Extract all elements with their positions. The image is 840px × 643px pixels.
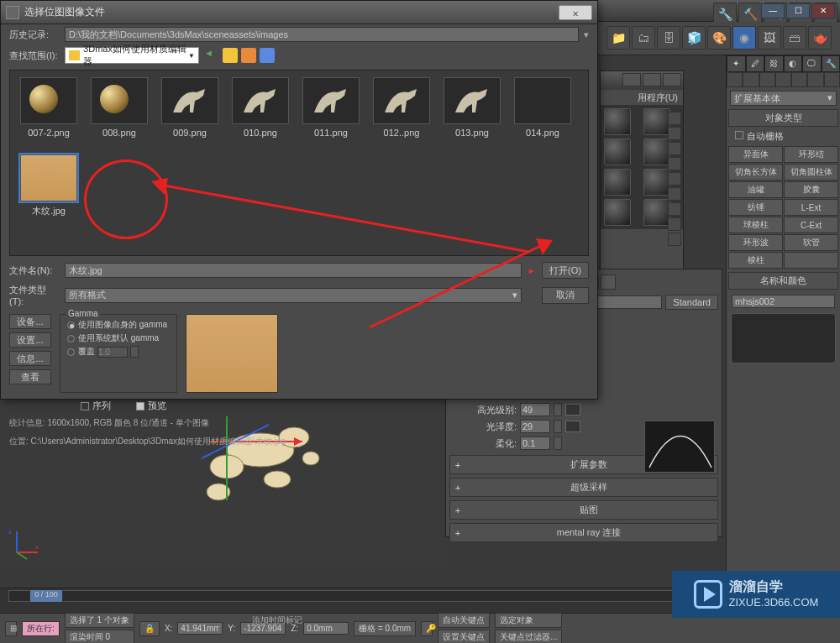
rollout-header[interactable]: +贴图 bbox=[449, 500, 718, 520]
info-button[interactable]: 信息... bbox=[9, 351, 51, 366]
object-type-button[interactable]: L-Ext bbox=[784, 199, 838, 216]
x-input[interactable] bbox=[177, 622, 223, 635]
file-item[interactable]: 009.png bbox=[158, 77, 222, 138]
go-to-parent-icon[interactable] bbox=[601, 274, 616, 290]
render-icon[interactable]: 🫖 bbox=[808, 26, 832, 50]
material-map-nav-icon[interactable] bbox=[668, 233, 681, 246]
lookin-dropdown[interactable]: 3Dmax如何使用材质编辑器 ▼ bbox=[65, 47, 199, 64]
material-slot[interactable] bbox=[604, 139, 631, 165]
object-name-input[interactable] bbox=[732, 295, 835, 308]
object-type-button[interactable]: 环形波 bbox=[728, 234, 783, 251]
gamma-system-default-radio[interactable]: 使用系统默认 gamma bbox=[67, 332, 170, 345]
view-button[interactable]: 查看 bbox=[9, 369, 51, 384]
sequence-checkbox[interactable]: 序列 bbox=[81, 400, 111, 412]
dialog-close-button[interactable]: ⨉ bbox=[559, 5, 592, 20]
lock-icon[interactable]: 🔒 bbox=[139, 621, 160, 636]
object-type-button[interactable] bbox=[784, 252, 838, 269]
gamma-override-input[interactable] bbox=[97, 347, 128, 358]
spacewarps-icon[interactable] bbox=[807, 72, 823, 87]
file-item[interactable]: 007-2.png bbox=[17, 77, 81, 138]
object-type-button[interactable]: 球棱柱 bbox=[728, 217, 783, 233]
add-time-tag[interactable]: 添加时间标记 bbox=[252, 614, 302, 626]
object-type-button[interactable]: 棱柱 bbox=[728, 252, 783, 269]
gamma-image-own-radio[interactable]: 使用图像自身的 gamma bbox=[67, 318, 170, 332]
minimize-icon[interactable]: — bbox=[761, 3, 785, 18]
cameras-icon[interactable] bbox=[775, 72, 791, 87]
select-by-material-icon[interactable] bbox=[668, 217, 681, 231]
material-slot[interactable] bbox=[604, 199, 631, 226]
geometry-icon[interactable] bbox=[727, 72, 743, 87]
motion-tab[interactable]: ◐ bbox=[784, 55, 803, 72]
material-type-button[interactable]: Standard bbox=[665, 295, 718, 310]
options-icon[interactable] bbox=[668, 202, 681, 216]
minimize-icon[interactable] bbox=[622, 73, 641, 86]
object-type-button[interactable]: 异面体 bbox=[728, 146, 783, 163]
autokey-button[interactable]: 自动关键点 bbox=[438, 613, 490, 628]
object-type-button[interactable]: C-Ext bbox=[784, 217, 838, 233]
tool-icon[interactable]: 📁 bbox=[606, 26, 630, 50]
open-button[interactable]: 打开(O) bbox=[542, 262, 589, 279]
utility-tab[interactable]: 🔧 bbox=[822, 55, 841, 72]
material-slot[interactable] bbox=[643, 108, 670, 135]
make-preview-icon[interactable] bbox=[668, 187, 681, 201]
sample-uv-icon[interactable] bbox=[668, 157, 681, 170]
tool-icon[interactable]: 🗂 bbox=[632, 26, 655, 50]
file-item[interactable]: 木纹.jpg bbox=[17, 154, 81, 217]
material-editor-titlebar[interactable] bbox=[601, 71, 683, 90]
back-icon[interactable]: ◄ bbox=[204, 48, 219, 63]
preview-checkbox[interactable]: 预览 bbox=[136, 400, 166, 412]
devices-button[interactable]: 设备... bbox=[9, 314, 51, 329]
file-item[interactable]: 014.png bbox=[511, 77, 575, 138]
up-one-level-icon[interactable] bbox=[223, 48, 238, 63]
z-input[interactable] bbox=[303, 622, 349, 635]
object-type-button[interactable]: 软管 bbox=[784, 234, 838, 251]
backlight-icon[interactable] bbox=[668, 127, 681, 140]
key-icon[interactable]: 🔑 bbox=[421, 621, 433, 636]
file-item[interactable]: 008.png bbox=[87, 77, 151, 138]
tool-icon[interactable]: 🖼 bbox=[758, 26, 781, 50]
material-slot[interactable] bbox=[643, 169, 670, 196]
rollout-header[interactable]: +超级采样 bbox=[449, 478, 718, 497]
video-check-icon[interactable] bbox=[668, 172, 681, 186]
material-slot[interactable] bbox=[643, 139, 670, 165]
material-slot[interactable] bbox=[604, 169, 631, 196]
object-type-button[interactable]: 油罐 bbox=[728, 181, 783, 198]
tool-icon[interactable]: 🗄 bbox=[657, 26, 680, 50]
setup-button[interactable]: 设置... bbox=[9, 332, 51, 348]
object-type-button[interactable]: 胶囊 bbox=[784, 181, 838, 198]
shapes-icon[interactable] bbox=[743, 72, 759, 87]
maximize-icon[interactable] bbox=[643, 73, 661, 86]
selkey-button[interactable]: 选定对象 bbox=[495, 613, 562, 628]
object-type-rollout[interactable]: 对象类型 bbox=[728, 109, 838, 127]
name-color-rollout[interactable]: 名称和颜色 bbox=[728, 272, 838, 290]
category-dropdown[interactable]: 扩展基本体▾ bbox=[730, 91, 837, 106]
tool-icon[interactable]: 🎨 bbox=[707, 26, 731, 50]
chevron-down-icon[interactable]: ▾ bbox=[584, 29, 589, 40]
history-input[interactable] bbox=[65, 27, 579, 42]
background-icon[interactable] bbox=[668, 142, 681, 155]
spinner-arrows-icon[interactable] bbox=[130, 346, 139, 358]
sample-type-icon[interactable] bbox=[668, 112, 681, 125]
filename-input[interactable] bbox=[65, 263, 522, 278]
systems-icon[interactable] bbox=[824, 72, 840, 87]
lights-icon[interactable] bbox=[759, 72, 775, 87]
tool-icon[interactable]: 🧊 bbox=[682, 26, 706, 50]
material-slot[interactable] bbox=[643, 199, 670, 226]
hierarchy-tab[interactable]: ⛓ bbox=[764, 55, 784, 72]
create-tab[interactable]: ✦ bbox=[727, 55, 746, 72]
gamma-override-radio[interactable]: 覆盖 bbox=[67, 345, 95, 358]
keyfilter-button[interactable]: 关键点过滤器... bbox=[495, 630, 562, 644]
filetype-dropdown[interactable]: 所有格式▾ bbox=[65, 288, 522, 303]
object-type-button[interactable]: 切角长方体 bbox=[728, 164, 783, 180]
autogrid-checkbox[interactable]: 自动栅格 bbox=[727, 128, 840, 144]
new-folder-icon[interactable] bbox=[241, 48, 256, 63]
file-item[interactable]: 010.png bbox=[228, 77, 292, 138]
cancel-button[interactable]: 取消 bbox=[542, 287, 589, 304]
file-item[interactable]: 013.png bbox=[440, 77, 504, 138]
script-toggle-icon[interactable]: ⊞ bbox=[5, 621, 17, 636]
script-listener[interactable]: 所在行: bbox=[22, 621, 60, 636]
modify-tab[interactable]: 🖉 bbox=[746, 55, 765, 72]
object-type-button[interactable]: 切角圆柱体 bbox=[784, 164, 838, 180]
file-list[interactable]: 007-2.png008.png009.png010.png011.png012… bbox=[9, 70, 589, 256]
close-icon[interactable]: ✕ bbox=[811, 3, 835, 18]
